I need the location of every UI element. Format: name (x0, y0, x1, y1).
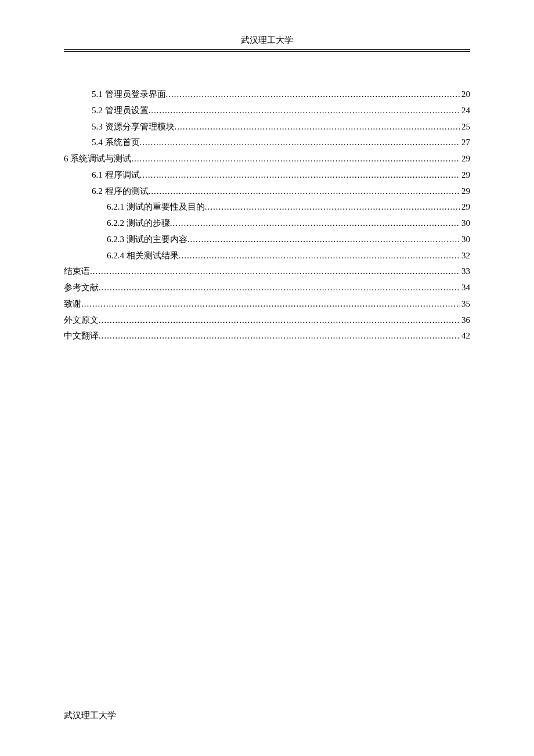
toc-entry-label: 5.1 管理员登录界面 (92, 87, 166, 103)
toc-entry-label: 5.3 资源分享管理模块 (92, 119, 175, 135)
toc-entry: 5.3 资源分享管理模块 25 (64, 119, 470, 135)
toc-entry-label: 结束语 (64, 264, 90, 280)
toc-entry: 5.2 管理员设置 24 (64, 103, 470, 119)
toc-entry-page: 30 (460, 215, 470, 232)
toc-entry: 6.2.2 测试的步骤 30 (64, 215, 470, 232)
toc-entry-label: 6.2.2 测试的步骤 (107, 215, 170, 232)
header-title: 武汉理工大学 (241, 35, 293, 45)
toc-entry-page: 29 (460, 151, 470, 167)
toc-leader-dots (205, 199, 460, 215)
toc-entry: 6.2.3 测试的主要内容 30 (64, 232, 470, 248)
toc-entry-page: 29 (460, 199, 470, 215)
toc-leader-dots (149, 183, 461, 200)
toc-entry: 6.2.4 相关测试结果 32 (64, 248, 470, 264)
page-footer: 武汉理工大学 (64, 710, 116, 721)
toc-entry-page: 29 (460, 167, 470, 183)
toc-entry: 致谢 35 (64, 296, 470, 312)
toc-entry-label: 6.2.4 相关测试结果 (107, 248, 179, 264)
toc-entry-label: 外文原文 (64, 312, 99, 329)
toc-leader-dots (90, 264, 460, 280)
toc-entry: 结束语 33 (64, 264, 470, 280)
toc-entry-page: 29 (460, 183, 470, 200)
toc-entry-page: 32 (460, 248, 470, 264)
toc-entry: 5.1 管理员登录界面 20 (64, 87, 470, 103)
toc-entry-label: 参考文献 (64, 280, 99, 296)
toc-entry-page: 27 (460, 135, 470, 151)
toc-entry-page: 24 (460, 103, 470, 119)
toc-leader-dots (170, 215, 460, 232)
toc-entry-page: 20 (460, 87, 470, 103)
table-of-contents: 5.1 管理员登录界面 20 5.2 管理员设置 24 5.3 资源分享管理模块… (64, 87, 470, 344)
toc-entry: 中文翻译 42 (64, 328, 470, 344)
toc-entry-page: 25 (460, 119, 470, 135)
document-page: 武汉理工大学 5.1 管理员登录界面 20 5.2 管理员设置 24 5.3 资… (0, 0, 534, 344)
toc-leader-dots (131, 151, 460, 167)
toc-entry-page: 35 (460, 296, 470, 312)
toc-entry: 6 系统调试与测试 29 (64, 151, 470, 167)
toc-entry-label: 5.2 管理员设置 (92, 103, 149, 119)
toc-leader-dots (140, 167, 461, 183)
toc-entry-page: 36 (460, 312, 470, 329)
toc-entry-page: 30 (460, 232, 470, 248)
toc-entry-label: 6.2.3 测试的主要内容 (107, 232, 187, 248)
toc-entry: 参考文献 34 (64, 280, 470, 296)
toc-leader-dots (175, 119, 461, 135)
toc-leader-dots (140, 135, 461, 151)
toc-leader-dots (166, 87, 461, 103)
toc-entry-label: 6.2.1 测试的重要性及目的 (107, 199, 205, 215)
toc-leader-dots (149, 103, 461, 119)
toc-entry: 外文原文 36 (64, 312, 470, 329)
toc-entry-label: 中文翻译 (64, 328, 99, 344)
toc-entry-label: 5.4 系统首页 (92, 135, 140, 151)
header-underline (64, 51, 470, 52)
toc-leader-dots (179, 248, 460, 264)
toc-entry: 5.4 系统首页 27 (64, 135, 470, 151)
toc-entry-label: 致谢 (64, 296, 81, 312)
footer-text: 武汉理工大学 (64, 711, 116, 720)
toc-leader-dots (81, 296, 460, 312)
toc-entry: 6.2 程序的测试 29 (64, 183, 470, 200)
toc-entry: 6.2.1 测试的重要性及目的 29 (64, 199, 470, 215)
toc-entry-label: 6 系统调试与测试 (64, 151, 131, 167)
toc-leader-dots (99, 328, 460, 344)
toc-entry-page: 34 (460, 280, 470, 296)
page-header: 武汉理工大学 (64, 35, 470, 50)
toc-entry-page: 33 (460, 264, 470, 280)
toc-leader-dots (187, 232, 460, 248)
toc-entry-page: 42 (460, 328, 470, 344)
toc-leader-dots (99, 280, 460, 296)
toc-entry: 6.1 程序调试 29 (64, 167, 470, 183)
toc-leader-dots (99, 312, 460, 329)
toc-entry-label: 6.1 程序调试 (92, 167, 140, 183)
toc-entry-label: 6.2 程序的测试 (92, 183, 149, 200)
